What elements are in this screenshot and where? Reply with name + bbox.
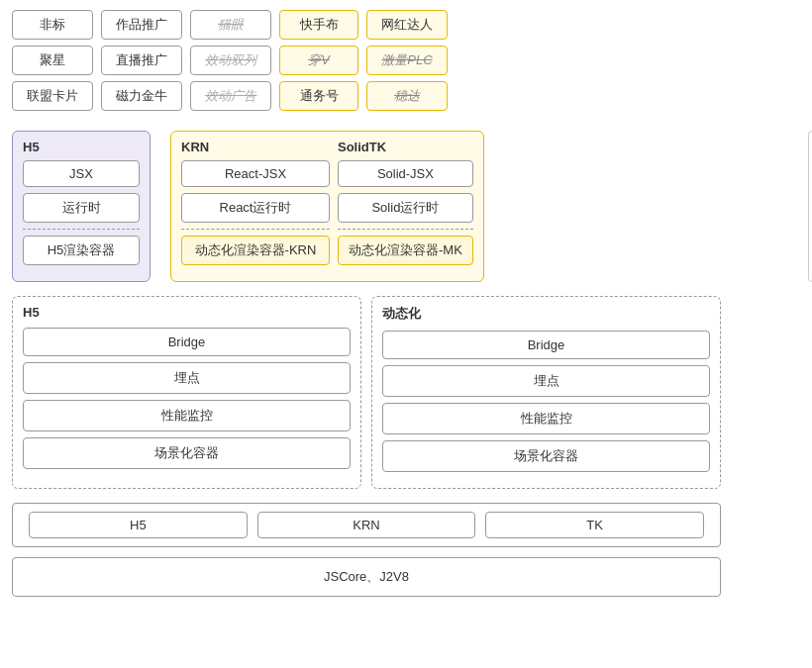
solidtk-runtime: Solid运行时 xyxy=(338,193,473,223)
h5-render-block: H5 JSX 运行时 H5渲染容器 xyxy=(12,131,151,282)
top-yellow-col3: 网红达人 激量PLC 稳达 xyxy=(366,10,448,111)
diagram: 非标 聚星 联盟卡片 作品推广 直播推广 磁力金牛 猫眼 效动双列 效动广告 快… xyxy=(0,0,812,607)
dong-dashed-group: 动态化 Bridge 埋点 性能监控 场景化容器 xyxy=(371,296,721,489)
h5-jsx: JSX xyxy=(23,160,140,187)
top-item-fei: 非标 xyxy=(12,10,93,40)
top-yellow-wenda: 稳达 xyxy=(366,81,448,111)
middle-section: H5 JSX 运行时 H5渲染容器 KRN React-JSX React运行时… xyxy=(12,131,721,282)
top-item-ju: 聚星 xyxy=(12,46,93,75)
krn-renderer: 动态化渲染容器-KRN xyxy=(181,236,330,265)
solidtk-title: SolidTK xyxy=(338,140,473,154)
top-col2: 作品推广 直播推广 磁力金牛 xyxy=(101,10,182,111)
h5-track: 埋点 xyxy=(23,362,351,394)
h5-perf: 性能监控 xyxy=(23,400,351,431)
dong-scene: 场景化容器 xyxy=(382,440,710,472)
solidtk-block: SolidTK Solid-JSX Solid运行时 动态化渲染容器-MK xyxy=(338,140,473,271)
dong-perf: 性能监控 xyxy=(382,403,710,434)
krn-block: KRN React-JSX React运行时 动态化渲染容器-KRN xyxy=(181,140,330,271)
top-yellow-kuaishou: 快手布 xyxy=(279,10,358,40)
top-yellow-tongwu: 通务号 xyxy=(279,81,358,111)
top-yellow-col2: 快手布 穿V 通务号 xyxy=(279,10,358,111)
h5-scene: 场景化容器 xyxy=(23,437,351,469)
h5-block-title: H5 xyxy=(23,140,140,154)
krn-runtime: React运行时 xyxy=(181,193,330,223)
jscore-bar: JSCore、J2V8 xyxy=(12,557,721,597)
top-section: 非标 聚星 联盟卡片 作品推广 直播推广 磁力金牛 猫眼 效动双列 效动广告 快… xyxy=(12,10,800,111)
h5-renderer: H5渲染容器 xyxy=(23,236,140,265)
bottom-dashed-section: H5 Bridge 埋点 性能监控 场景化容器 动态化 Bridge 埋点 性能… xyxy=(12,296,721,489)
h5-runtime: 运行时 xyxy=(23,193,140,223)
top-yellow-jiliang: 激量PLC xyxy=(366,46,448,75)
top-yellow-col1: 猫眼 效动双列 效动广告 xyxy=(190,10,271,111)
h5-dashed-title: H5 xyxy=(23,305,351,320)
top-yellow-wanghong: 网红达人 xyxy=(366,10,448,40)
js-row: H5 KRN TK xyxy=(12,503,721,547)
solidtk-jsx: Solid-JSX xyxy=(338,160,473,187)
js-krn: KRN xyxy=(257,512,476,538)
dong-track: 埋点 xyxy=(382,365,710,397)
top-item-lian: 联盟卡片 xyxy=(12,81,93,111)
top-item-zhibo: 直播推广 xyxy=(101,46,182,75)
top-yellow-xiaodong2: 效动广告 xyxy=(190,81,271,111)
top-yellow-chuanv: 穿V xyxy=(279,46,358,75)
krn-title: KRN xyxy=(181,140,330,154)
dong-dashed-title: 动态化 xyxy=(382,305,710,323)
krn-separator xyxy=(181,229,330,230)
solidtk-renderer: 动态化渲染容器-MK xyxy=(338,236,473,265)
h5-dashed-group: H5 Bridge 埋点 性能监控 场景化容器 xyxy=(12,296,361,489)
top-item-zuopin: 作品推广 xyxy=(101,10,182,40)
dong-bridge: Bridge xyxy=(382,331,710,359)
top-item-cili: 磁力金牛 xyxy=(101,81,182,111)
right-label: 动态化研发支撑 xyxy=(808,131,812,282)
krn-jsx: React-JSX xyxy=(181,160,330,187)
h5-separator xyxy=(23,229,140,230)
top-yellow-xiaodong: 效动双列 xyxy=(190,46,271,75)
js-h5: H5 xyxy=(29,512,248,538)
h5-bridge: Bridge xyxy=(23,328,351,356)
js-tk: TK xyxy=(485,512,704,538)
top-yellow-maoyao: 猫眼 xyxy=(190,10,271,40)
solidtk-separator xyxy=(338,229,473,230)
top-col1: 非标 聚星 联盟卡片 xyxy=(12,10,93,111)
krn-solidtk-group: KRN React-JSX React运行时 动态化渲染容器-KRN Solid… xyxy=(170,131,484,282)
